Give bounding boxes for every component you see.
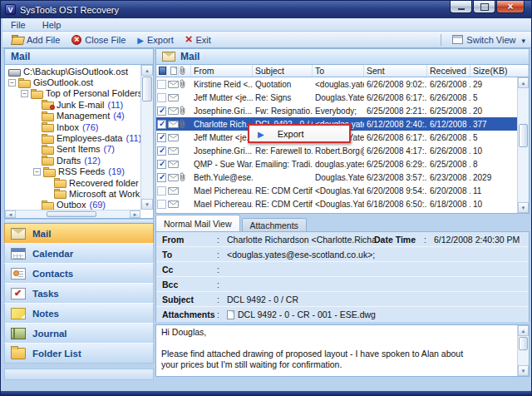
row-checkbox[interactable] [157,133,166,142]
close-file-button[interactable]: Close File [66,32,131,47]
mail-icon [11,228,26,240]
row-checkbox[interactable] [157,173,166,182]
row-checkbox[interactable] [157,213,166,214]
tab-normal-mail-view[interactable]: Normal Mail View [155,215,240,231]
scroll-up-icon[interactable] [518,325,529,336]
title-bar: SysTools OST Recovery [1,1,531,18]
scroll-down-icon[interactable] [141,199,153,210]
tree-item-microsoft-at-work[interactable]: Microsoft at Work(28 [5,188,140,199]
nav-item-label: Journal [32,329,67,339]
cell-size: 377 [470,120,517,129]
column-from[interactable]: From [191,65,253,77]
mail-row[interactable]: QMP - Sue War...Emailing: Tradi...dougla… [156,157,517,171]
from-label: From [162,235,217,245]
row-checkbox[interactable] [157,106,166,116]
tree-item-management[interactable]: Management(4) [5,111,140,121]
expander-icon[interactable]: − [8,79,16,87]
mail-row[interactable]: Beth.Yule@ese...Douglas.Yates...6/23/200… [156,171,517,184]
mail-row[interactable]: Mael Pichereau...RE: CDM Certifi...<Doug… [156,197,517,210]
maximize-button[interactable] [473,1,495,13]
cell-received: 6/12/2008 ... [427,120,470,129]
body-vertical-scrollbar[interactable] [517,325,529,376]
cell-from: Josephine.Gri... [191,146,253,156]
colon [217,235,227,245]
minimize-button[interactable] [450,1,472,13]
column-attachment[interactable] [179,65,191,77]
scroll-up-icon[interactable] [141,65,153,76]
column-received[interactable]: Received [427,65,470,77]
tree-scroll-thumb[interactable] [142,77,152,101]
column-sent[interactable]: Sent [364,65,427,77]
menu-help[interactable]: Help [34,18,70,31]
tree-item-gisoutlook-ost[interactable]: −GisOutlook.ost [5,77,140,87]
tree-item-junk-e-mail[interactable]: Junk E-mail(11) [5,99,140,110]
tree-item-c-backup-gisoutlook-ost[interactable]: C:\Backup\GisOutlook.ost [5,66,140,77]
tab-attachments[interactable]: Attachments [242,218,307,231]
menu-file[interactable]: File [2,18,34,31]
scroll-down-icon[interactable] [518,365,529,376]
attachment-file-name[interactable]: DCL 9492 - 0 - CR - 001 - ESE.dwg [238,309,376,319]
switch-view-button[interactable]: Switch View [446,32,531,47]
row-checkbox[interactable] [157,80,166,89]
column-to[interactable]: To [313,65,364,77]
body-scroll-thumb[interactable] [519,337,528,350]
scroll-left-icon[interactable] [5,210,16,218]
row-checkbox[interactable] [157,200,166,209]
mail-row[interactable]: Josephine.Gri...Fw: Resignatio...Everybo… [156,104,517,117]
row-checkbox[interactable] [157,120,166,129]
expander-icon[interactable]: − [21,90,28,97]
scroll-down-icon[interactable] [518,202,529,213]
nav-item-calendar[interactable]: Calendar [4,243,154,264]
tree-vertical-scrollbar[interactable] [140,65,153,210]
exit-button[interactable]: Exit [180,32,217,47]
cell-received: 6/23/2008 ... [427,173,470,182]
row-checkbox[interactable] [157,93,166,102]
scroll-up-icon[interactable] [518,77,529,88]
cell-received: 6/25/2008 ... [427,106,470,116]
mail-row[interactable]: Jeff Mutter <je...Re: SignsDouglas.Yates… [156,91,517,104]
row-checkbox[interactable] [157,160,166,169]
colon [217,295,227,304]
scroll-right-icon[interactable] [130,210,140,218]
close-button[interactable] [496,1,525,13]
column-size[interactable]: Size(KB) [470,65,529,77]
folder-panel-header: Mail [4,48,154,65]
tree-hscroll-thumb[interactable] [47,211,96,217]
row-checkbox[interactable] [157,186,166,196]
tree-item-drafts[interactable]: Drafts(12) [5,155,140,166]
list-vertical-scrollbar[interactable] [517,77,529,213]
envelope-icon [167,147,179,155]
nav-item-mail[interactable]: Mail [4,223,154,244]
cell-subject: Re: Farewell to... [253,146,313,156]
nav-item-contacts[interactable]: Contacts [4,263,154,284]
list-scroll-thumb[interactable] [519,124,528,147]
mail-row[interactable]: Josephine.Gri...Re: Farewell to...Robert… [156,144,517,157]
tree-item-inbox[interactable]: Inbox(76) [5,121,140,132]
tree-horizontal-scrollbar[interactable] [5,210,140,218]
tree-item-label: Outbox [57,200,86,210]
tree-item-employees-data[interactable]: Employees-data(11) [5,132,140,143]
nav-item-tasks[interactable]: Tasks [4,283,154,304]
expander-icon[interactable]: − [33,168,41,176]
tree-item-recovered-folder-1[interactable]: Recovered folder 1(1 [5,177,140,188]
column-item-type[interactable] [167,65,179,77]
tree-item-outbox[interactable]: Outbox(69) [5,200,140,210]
add-file-button[interactable]: Add File [6,32,66,47]
column-select-all[interactable] [156,65,167,77]
export-button[interactable]: Export [131,32,180,47]
nav-item-notes[interactable]: Notes [4,303,154,324]
export-context-menu[interactable]: Export [248,124,351,143]
tree-item-sent-items[interactable]: Sent Items(7) [5,144,140,155]
mail-row[interactable]: Mael Pichereau...RE: CDM Certifi...<Doug… [156,184,517,197]
cell-from: Mael Pichereau... [191,200,253,209]
mail-row[interactable]: Kirstine Reid <...Quotation<douglas.yate… [156,77,517,91]
tree-item-rss-feeds[interactable]: −RSS Feeds(19) [5,166,140,177]
row-checkbox[interactable] [157,146,166,156]
column-subject[interactable]: Subject [253,65,313,77]
calendar-icon [11,248,26,260]
tree-item-top-of-personal-folders[interactable]: −Top of Personal Folders(0) [5,88,140,99]
nav-item-folder-list[interactable]: Folder List [4,343,154,364]
mail-row[interactable] [156,210,517,213]
nav-item-journal[interactable]: Journal [4,323,154,344]
to-value: <douglas.yates@ese-scotland.co.uk>; [227,250,375,260]
